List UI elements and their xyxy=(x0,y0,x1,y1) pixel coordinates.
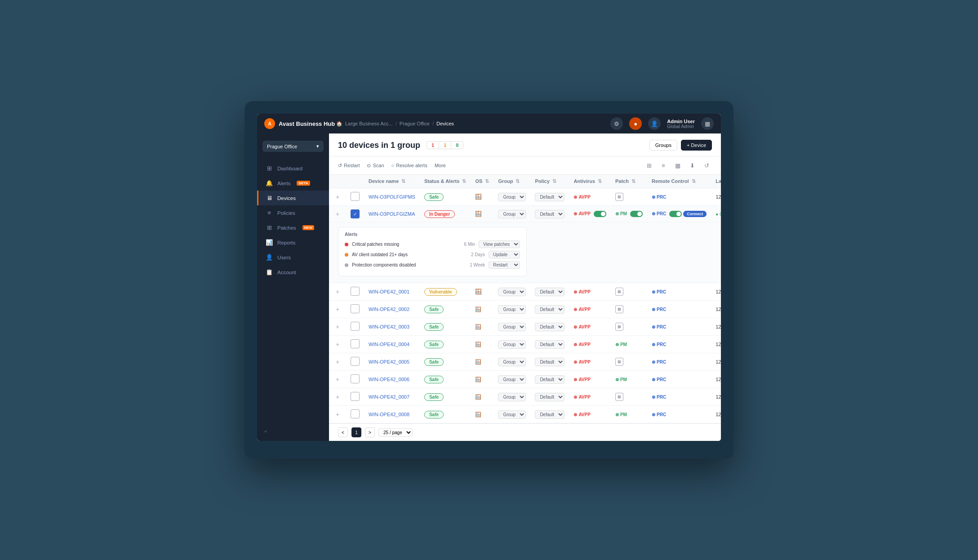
patch-toggle[interactable] xyxy=(630,211,643,217)
sidebar-item-dashboard[interactable]: ⊞ Dashboard xyxy=(257,161,329,176)
apps-icon[interactable]: ▦ xyxy=(701,117,714,130)
table-view-icon[interactable]: ▦ xyxy=(672,160,683,171)
policy-cell[interactable]: Default xyxy=(530,206,569,222)
sidebar-item-reports[interactable]: 📊 Reports xyxy=(257,235,329,250)
restart-action[interactable]: ↺ Restart xyxy=(338,163,360,169)
device-link[interactable]: WIN-OPE42_0006 xyxy=(369,377,409,382)
device-link[interactable]: WIN-OPE42_0007 xyxy=(369,394,409,400)
policy-select[interactable]: Default xyxy=(535,340,565,349)
sidebar-item-account[interactable]: 📋 Account xyxy=(257,265,329,280)
breadcrumb-item-1[interactable]: Large Business Acc... xyxy=(345,121,393,126)
sidebar-item-devices[interactable]: 🖥 Devices xyxy=(257,191,329,205)
device-link[interactable]: WIN-O3POLFGIZMA xyxy=(369,211,415,217)
collapse-button[interactable]: « xyxy=(257,421,329,441)
row-checkbox[interactable]: ✓ xyxy=(351,209,360,218)
row-checkbox[interactable] xyxy=(351,304,360,313)
col-status[interactable]: Status & Alerts ⇅ xyxy=(420,175,471,188)
device-link[interactable]: WIN-OPE42_0003 xyxy=(369,324,409,329)
sidebar-item-users[interactable]: 👤 Users xyxy=(257,250,329,265)
checkbox-cell[interactable] xyxy=(346,188,364,206)
row-expand-button[interactable]: + xyxy=(333,193,342,201)
group-select[interactable]: Group xyxy=(498,375,526,384)
prev-page-button[interactable]: < xyxy=(338,427,348,437)
device-link[interactable]: WIN-OPE42_0008 xyxy=(369,412,409,417)
group-select[interactable]: Group xyxy=(498,193,526,201)
antivirus-toggle[interactable] xyxy=(594,211,606,217)
policy-select[interactable]: Default xyxy=(535,210,565,218)
expand-cell[interactable]: + xyxy=(329,206,346,222)
col-remote[interactable]: Remote Control ⇅ xyxy=(647,175,711,188)
policy-select[interactable]: Default xyxy=(535,393,565,401)
group-select[interactable]: Group xyxy=(498,340,526,349)
row-checkbox[interactable] xyxy=(351,409,360,418)
group-select[interactable]: Group xyxy=(498,410,526,419)
alert-action-select[interactable]: Update xyxy=(489,251,520,258)
per-page-select[interactable]: 25 / page 50 / page xyxy=(378,428,413,437)
row-checkbox[interactable] xyxy=(351,357,360,366)
group-cell[interactable]: Group xyxy=(493,206,530,222)
policy-select[interactable]: Default xyxy=(535,323,565,331)
row-expand-button[interactable]: + xyxy=(333,288,342,296)
row-expand-button[interactable]: + xyxy=(333,340,342,348)
notifications-icon[interactable]: ● xyxy=(629,117,642,130)
policy-select[interactable]: Default xyxy=(535,410,565,419)
row-expand-button[interactable]: + xyxy=(333,393,342,401)
policy-select[interactable]: Default xyxy=(535,375,565,384)
row-checkbox[interactable] xyxy=(351,192,360,201)
device-link[interactable]: WIN-OPE42_0005 xyxy=(369,359,409,364)
row-expand-button[interactable]: + xyxy=(333,410,342,418)
refresh-icon[interactable]: ↺ xyxy=(701,160,712,171)
row-checkbox[interactable] xyxy=(351,374,360,383)
group-cell[interactable]: Group xyxy=(493,188,530,206)
row-checkbox[interactable] xyxy=(351,322,360,331)
group-select[interactable]: Group xyxy=(498,305,526,314)
add-device-button[interactable]: + Device xyxy=(681,140,712,151)
col-os[interactable]: OS ⇅ xyxy=(471,175,493,188)
checkbox-cell[interactable]: ✓ xyxy=(346,206,364,222)
next-page-button[interactable]: > xyxy=(365,427,375,437)
row-checkbox[interactable] xyxy=(351,392,360,401)
alert-action-select[interactable]: Restart xyxy=(489,261,520,269)
col-patch[interactable]: Patch ⇅ xyxy=(611,175,647,188)
group-select[interactable]: Group xyxy=(498,358,526,366)
device-link[interactable]: WIN-OPE42_0001 xyxy=(369,289,409,294)
group-select[interactable]: Group xyxy=(498,393,526,401)
sidebar-item-alerts[interactable]: 🔔 Alerts BETA xyxy=(257,176,329,191)
policy-select[interactable]: Default xyxy=(535,305,565,314)
policy-select[interactable]: Default xyxy=(535,193,565,201)
scan-action[interactable]: ⊙ Scan xyxy=(367,163,384,169)
expand-cell[interactable]: + xyxy=(329,283,346,301)
device-link[interactable]: WIN-OPE42_0004 xyxy=(369,342,409,347)
checkbox-cell[interactable] xyxy=(346,283,364,301)
grid-view-icon[interactable]: ⊞ xyxy=(644,160,654,171)
row-expand-button[interactable]: + xyxy=(333,375,342,383)
col-last-seen[interactable]: Last seen ⇅ xyxy=(711,175,721,188)
device-link[interactable]: WIN-OPE42_0002 xyxy=(369,307,409,312)
col-antivirus[interactable]: Antivirus ⇅ xyxy=(569,175,611,188)
row-expand-button[interactable]: + xyxy=(333,305,342,313)
download-icon[interactable]: ⬇ xyxy=(687,160,698,171)
column-view-icon[interactable]: ≡ xyxy=(658,160,669,171)
policy-cell[interactable]: Default xyxy=(530,283,569,301)
resolve-alerts-action[interactable]: ○ Resolve alerts xyxy=(391,163,427,168)
col-policy[interactable]: Policy ⇅ xyxy=(530,175,569,188)
current-page-button[interactable]: 1 xyxy=(351,427,361,437)
row-checkbox[interactable] xyxy=(351,287,360,296)
row-expand-button[interactable]: + xyxy=(333,210,342,218)
sidebar-item-patches[interactable]: ⊞ Patches NEW xyxy=(257,220,329,235)
groups-button[interactable]: Groups xyxy=(649,140,677,151)
more-action[interactable]: More xyxy=(435,163,446,168)
alert-action-select[interactable]: View patchesUpdate xyxy=(479,240,520,248)
policy-select[interactable]: Default xyxy=(535,288,565,296)
policy-cell[interactable]: Default xyxy=(530,188,569,206)
col-group[interactable]: Group ⇅ xyxy=(493,175,530,188)
sidebar-item-policies[interactable]: ≡ Policies xyxy=(257,205,329,220)
group-select[interactable]: Group xyxy=(498,288,526,296)
col-device-name[interactable]: Device name ⇅ xyxy=(364,175,420,188)
settings-icon[interactable]: ⚙ xyxy=(610,117,623,130)
row-expand-button[interactable]: + xyxy=(333,358,342,366)
breadcrumb-item-2[interactable]: Prague Office xyxy=(400,121,430,126)
remote-toggle[interactable] xyxy=(669,211,682,217)
office-selector[interactable]: Prague Office ▾ xyxy=(262,141,324,152)
row-checkbox[interactable] xyxy=(351,339,360,348)
